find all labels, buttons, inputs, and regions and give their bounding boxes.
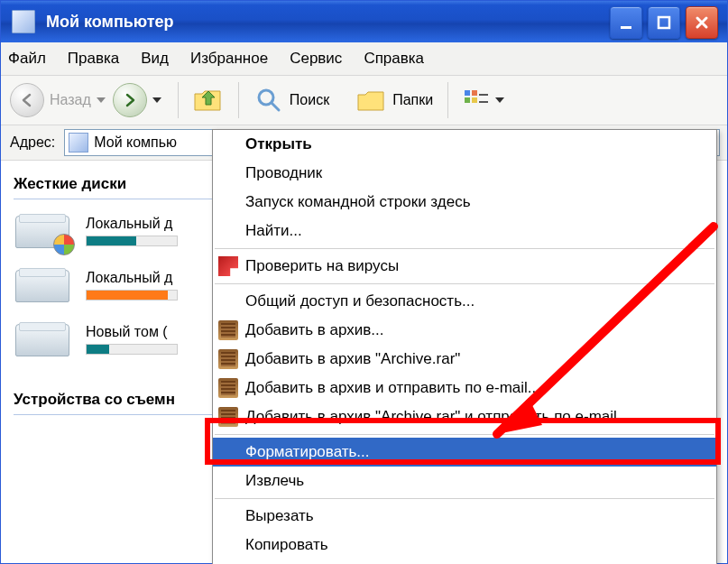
hard-drive-icon xyxy=(14,210,71,252)
my-computer-icon-small xyxy=(69,133,88,153)
svg-rect-9 xyxy=(479,101,488,103)
menu-edit[interactable]: Правка xyxy=(68,50,119,68)
context-menu-copy[interactable]: Копировать xyxy=(213,531,716,559)
svg-rect-1 xyxy=(659,17,669,28)
context-menu-paste[interactable]: Вставить xyxy=(213,559,716,564)
winrar-icon xyxy=(218,378,238,398)
menu-bar: Файл Правка Вид Избранное Сервис Справка xyxy=(1,42,727,76)
folders-button[interactable]: Папки xyxy=(392,92,433,108)
menu-favorites[interactable]: Избранное xyxy=(190,50,268,68)
context-menu-separator xyxy=(215,283,714,284)
folders-icon xyxy=(356,87,387,114)
menu-tools[interactable]: Сервис xyxy=(290,50,342,68)
context-menu-separator xyxy=(215,248,714,249)
winrar-icon xyxy=(218,320,238,340)
context-menu-cmd-here[interactable]: Запуск командной строки здесь xyxy=(213,188,716,217)
toolbar-separator-2 xyxy=(238,82,239,118)
svg-rect-4 xyxy=(465,90,470,96)
drive-label: Локальный д xyxy=(86,270,178,286)
maximize-button[interactable] xyxy=(648,6,680,39)
views-button[interactable] xyxy=(463,87,490,114)
address-value: Мой компью xyxy=(94,134,177,151)
context-menu-sharing[interactable]: Общий доступ и безопасность... xyxy=(213,287,716,316)
toolbar-separator-3 xyxy=(447,82,448,118)
toolbar: Назад Поиск xyxy=(1,76,727,125)
context-menu-open[interactable]: Открыть xyxy=(213,130,716,159)
svg-rect-0 xyxy=(621,26,631,29)
forward-button[interactable] xyxy=(113,83,147,117)
my-computer-icon xyxy=(12,10,35,33)
context-menu-separator xyxy=(215,434,714,435)
svg-rect-6 xyxy=(465,97,470,103)
drive-label: Локальный д xyxy=(86,216,178,232)
drive-usage-bar xyxy=(86,290,178,300)
menu-view[interactable]: Вид xyxy=(141,50,169,68)
back-label: Назад xyxy=(50,92,91,108)
context-menu-rar-add[interactable]: Добавить в архив... xyxy=(213,316,716,345)
drive-usage-bar xyxy=(86,236,178,246)
context-menu-separator xyxy=(215,498,714,499)
winrar-icon xyxy=(218,407,238,427)
context-menu-rar-mail[interactable]: Добавить в архив и отправить по e-mail..… xyxy=(213,374,716,402)
context-menu: Открыть Проводник Запуск командной строк… xyxy=(212,129,717,564)
kaspersky-icon xyxy=(218,256,238,276)
search-icon xyxy=(253,85,284,116)
svg-rect-8 xyxy=(479,94,488,96)
context-menu-eject[interactable]: Извлечь xyxy=(213,467,716,495)
minimize-button[interactable] xyxy=(610,6,642,39)
caption-buttons xyxy=(610,6,718,39)
search-button[interactable]: Поиск xyxy=(290,92,329,108)
views-dropdown[interactable] xyxy=(495,84,506,116)
menu-file[interactable]: Файл xyxy=(8,50,46,68)
hard-drive-icon xyxy=(14,264,71,306)
context-menu-rar-add-name[interactable]: Добавить в архив "Archive.rar" xyxy=(213,345,716,374)
context-menu-format[interactable]: Форматировать... xyxy=(213,438,716,467)
context-menu-rar-mail-name[interactable]: Добавить в архив "Archive.rar" и отправи… xyxy=(213,402,716,431)
winrar-icon xyxy=(218,349,238,369)
back-button[interactable] xyxy=(10,83,44,117)
title-bar: Мой компьютер xyxy=(1,1,727,42)
context-menu-antivirus[interactable]: Проверить на вирусы xyxy=(213,252,716,281)
window-title: Мой компьютер xyxy=(46,13,174,32)
svg-rect-5 xyxy=(472,90,477,96)
up-folder-button[interactable] xyxy=(193,87,224,114)
toolbar-separator-1 xyxy=(178,82,179,118)
menu-help[interactable]: Справка xyxy=(364,50,424,68)
drive-label: Новый том ( xyxy=(86,324,178,340)
svg-line-3 xyxy=(272,103,279,110)
explorer-window: Мой компьютер Файл Правка Вид Избранное … xyxy=(0,0,728,564)
context-menu-explorer[interactable]: Проводник xyxy=(213,159,716,188)
drive-usage-bar xyxy=(86,344,178,355)
svg-rect-7 xyxy=(472,97,477,103)
forward-dropdown[interactable] xyxy=(152,84,163,116)
hard-drive-icon xyxy=(14,319,71,360)
back-dropdown[interactable] xyxy=(97,84,107,116)
context-menu-cut[interactable]: Вырезать xyxy=(213,502,716,531)
address-label: Адрес: xyxy=(10,134,55,151)
context-menu-find[interactable]: Найти... xyxy=(213,217,716,245)
close-button[interactable] xyxy=(686,6,718,39)
